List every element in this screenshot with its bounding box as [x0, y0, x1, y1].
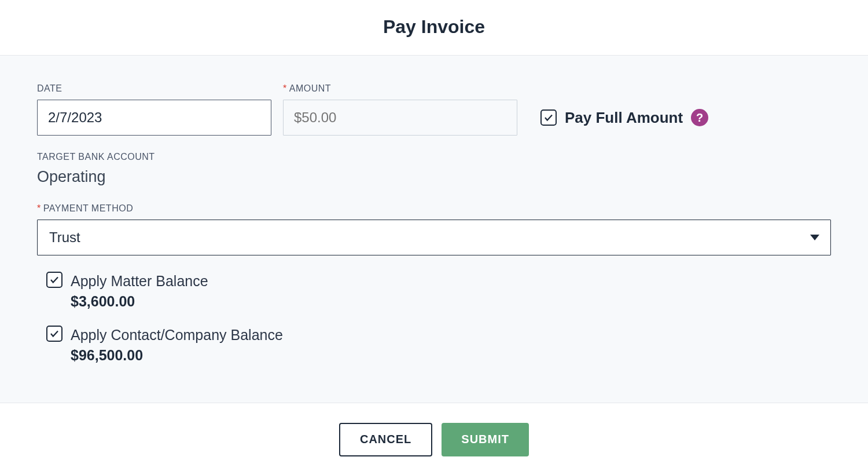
payment-method-label-text: PAYMENT METHOD [43, 203, 133, 213]
payment-method-required-marker: * [37, 203, 41, 213]
footer: CANCEL SUBMIT [0, 403, 868, 476]
amount-input[interactable] [283, 100, 517, 136]
submit-button[interactable]: SUBMIT [442, 423, 529, 456]
check-icon [49, 328, 60, 339]
pay-full-group: Pay Full Amount ? [540, 100, 708, 136]
apply-contact-balance-checkbox[interactable] [46, 326, 62, 342]
apply-contact-balance-amount: $96,500.00 [71, 345, 283, 366]
cancel-button[interactable]: CANCEL [339, 423, 432, 456]
apply-matter-balance-label: Apply Matter Balance [71, 272, 208, 291]
check-icon [49, 275, 60, 285]
apply-matter-balance-amount: $3,600.00 [71, 291, 208, 312]
target-bank-label: TARGET BANK ACCOUNT [37, 152, 831, 162]
amount-label: *AMOUNT [283, 83, 517, 94]
apply-contact-balance-texts: Apply Contact/Company Balance $96,500.00 [71, 326, 283, 366]
modal-header: Pay Invoice [0, 0, 868, 56]
pay-full-label: Pay Full Amount [565, 109, 683, 127]
apply-contact-balance-row: Apply Contact/Company Balance $96,500.00 [37, 326, 831, 366]
target-bank-section: TARGET BANK ACCOUNT Operating [37, 152, 831, 186]
apply-contact-balance-label: Apply Contact/Company Balance [71, 326, 283, 345]
apply-matter-balance-checkbox[interactable] [46, 272, 62, 288]
pay-full-checkbox[interactable] [540, 109, 557, 126]
amount-field-wrap: *AMOUNT [283, 83, 517, 136]
payment-method-select-wrap: Trust [37, 220, 831, 255]
payment-method-label: *PAYMENT METHOD [37, 203, 831, 214]
apply-matter-balance-row: Apply Matter Balance $3,600.00 [37, 272, 831, 312]
payment-method-section: *PAYMENT METHOD Trust [37, 203, 831, 255]
payment-method-selected: Trust [49, 229, 80, 246]
modal-title: Pay Invoice [0, 16, 868, 38]
amount-label-text: AMOUNT [289, 83, 331, 93]
date-field-wrap: DATE [37, 83, 271, 136]
check-icon [543, 112, 554, 123]
help-icon[interactable]: ? [691, 109, 708, 126]
form-area: DATE *AMOUNT Pay Full Amount ? TARGET BA… [0, 56, 868, 403]
payment-method-select[interactable]: Trust [37, 220, 831, 255]
target-bank-value: Operating [37, 168, 831, 186]
date-label: DATE [37, 83, 271, 94]
apply-matter-balance-texts: Apply Matter Balance $3,600.00 [71, 272, 208, 312]
date-input[interactable] [37, 100, 271, 136]
row-date-amount: DATE *AMOUNT Pay Full Amount ? [37, 83, 831, 136]
amount-required-marker: * [283, 83, 287, 93]
